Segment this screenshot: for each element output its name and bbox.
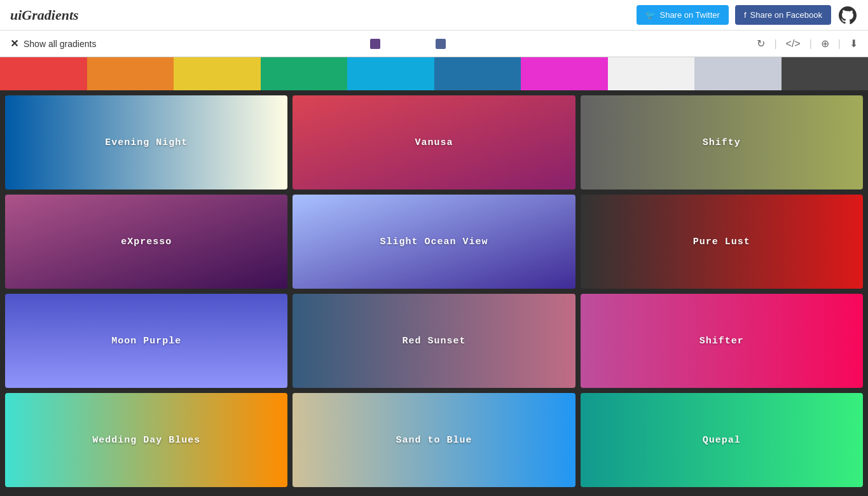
- arrow-icon: →: [422, 39, 431, 48]
- header-right: 🐦 Share on Twitter f Share on Facebook: [637, 5, 858, 25]
- gradient-name: Shifter: [699, 336, 744, 347]
- facebook-icon: f: [744, 10, 747, 20]
- twitter-icon: 🐦: [645, 10, 656, 20]
- color-filter-dark-gray[interactable]: [782, 57, 869, 90]
- gradient-name: Sand to Blue: [396, 435, 472, 446]
- toolbar: ✕ Show all gradients #614385 → #516395 ↻…: [0, 31, 868, 57]
- gradient-name: eXpresso: [121, 237, 172, 247]
- gradient-name: Evening Night: [105, 137, 188, 148]
- show-all-button[interactable]: ✕ Show all gradients: [10, 38, 96, 50]
- color-filter-blue[interactable]: [434, 57, 521, 90]
- color2-swatch: [436, 39, 446, 49]
- color-filter-light-gray[interactable]: [694, 57, 782, 90]
- divider3: |: [838, 38, 841, 50]
- header: uiGradients 🐦 Share on Twitter f Share o…: [0, 0, 868, 31]
- gradient-name: Wedding Day Blues: [92, 435, 200, 446]
- close-icon: ✕: [10, 38, 18, 50]
- color1-swatch: [370, 39, 380, 49]
- divider2: |: [809, 38, 812, 50]
- gradient-name: Vanusa: [415, 137, 453, 148]
- share-twitter-button[interactable]: 🐦 Share on Twitter: [637, 5, 728, 25]
- github-icon[interactable]: [837, 5, 858, 25]
- color1-hex: #614385: [385, 39, 418, 48]
- gradient-card[interactable]: Pure Lust: [581, 195, 863, 289]
- color2-hex: #516395: [451, 39, 483, 48]
- gradient-card[interactable]: Vanusa: [293, 95, 575, 189]
- color-filter-orange[interactable]: [87, 57, 174, 90]
- color-info: #614385 → #516395: [370, 39, 483, 49]
- add-icon[interactable]: ⊕: [821, 38, 829, 50]
- gradient-card[interactable]: Shifter: [581, 294, 863, 388]
- color-filter-cyan[interactable]: [347, 57, 434, 90]
- gradient-name: Quepal: [703, 435, 741, 446]
- toolbar-actions: ↻ | </> | ⊕ | ⬇: [757, 38, 858, 50]
- gradient-grid: Evening NightVanusaShiftyeXpressoSlight …: [0, 90, 868, 492]
- share-facebook-button[interactable]: f Share on Facebook: [735, 5, 831, 25]
- divider1: |: [774, 38, 776, 50]
- gradient-card[interactable]: Quepal: [581, 393, 863, 487]
- gradient-name: Red Sunset: [402, 336, 465, 347]
- gradient-card[interactable]: Evening Night: [5, 95, 287, 189]
- logo: uiGradients: [10, 7, 79, 24]
- twitter-label: Share on Twitter: [659, 10, 719, 20]
- gradient-card[interactable]: Shifty: [581, 95, 863, 189]
- gradient-name: Slight Ocean View: [380, 237, 488, 247]
- color-filter-red[interactable]: [0, 57, 87, 90]
- color-filter-bar: [0, 57, 868, 90]
- color-filter-yellow[interactable]: [174, 57, 261, 90]
- gradient-card[interactable]: Sand to Blue: [293, 393, 575, 487]
- gradient-card[interactable]: Wedding Day Blues: [5, 393, 287, 487]
- color-filter-green[interactable]: [261, 57, 348, 90]
- facebook-label: Share on Facebook: [750, 10, 822, 20]
- gradient-card[interactable]: Red Sunset: [293, 294, 575, 388]
- gradient-card[interactable]: Slight Ocean View: [293, 195, 575, 289]
- gradient-card[interactable]: eXpresso: [5, 195, 287, 289]
- color-filter-white[interactable]: [608, 57, 695, 90]
- gradient-name: Moon Purple: [111, 336, 181, 347]
- gradient-name: Shifty: [703, 137, 741, 148]
- color-filter-pink[interactable]: [521, 57, 608, 90]
- refresh-icon[interactable]: ↻: [757, 38, 765, 50]
- gradient-name: Pure Lust: [693, 237, 750, 247]
- show-all-label: Show all gradients: [24, 39, 96, 49]
- code-icon[interactable]: </>: [786, 38, 801, 50]
- gradient-card[interactable]: Moon Purple: [5, 294, 287, 388]
- download-icon[interactable]: ⬇: [850, 38, 858, 50]
